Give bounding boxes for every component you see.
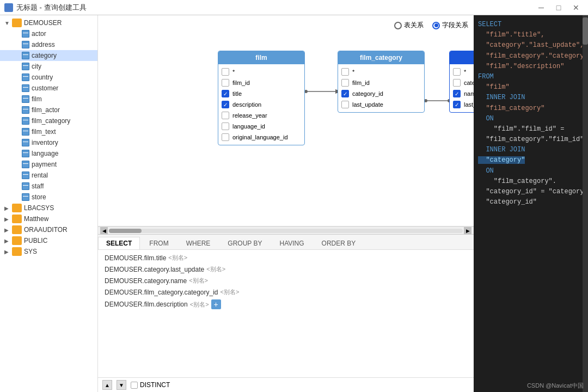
window-title: 无标题 - 查询创建工具: [16, 3, 87, 13]
field-checkbox[interactable]: [341, 101, 349, 108]
table-staff[interactable]: staff: [0, 181, 97, 192]
field-checkbox[interactable]: [222, 112, 229, 119]
list-item[interactable]: DEMOUSER.category.name <别名>: [102, 275, 469, 286]
list-item[interactable]: DEMOUSER.film.title <别名>: [102, 252, 469, 264]
field-name: release_year: [232, 112, 267, 119]
field-checkbox[interactable]: ✓: [453, 90, 461, 97]
schema-public[interactable]: ▶ PUBLIC: [0, 235, 97, 246]
schema-demouser[interactable]: ▼ DEMOUSER: [0, 17, 97, 28]
field-row[interactable]: ✓ name: [450, 88, 474, 99]
field-checkbox[interactable]: ✓: [222, 90, 229, 97]
tab-groupby[interactable]: GROUP BY: [219, 237, 270, 249]
table-actor[interactable]: actor: [0, 28, 97, 39]
table-rel-radio[interactable]: 表关系: [394, 21, 424, 30]
field-checkbox[interactable]: [222, 122, 229, 130]
table-language[interactable]: language: [0, 148, 97, 159]
table-film-category-box[interactable]: film_category * film_id ✓ category_id: [338, 51, 425, 113]
list-item[interactable]: DEMOUSER.category.last_update <别名>: [102, 264, 469, 275]
tab-orderby[interactable]: ORDER BY: [314, 237, 364, 249]
field-row[interactable]: *: [450, 66, 474, 77]
distinct-checkbox[interactable]: DISTINCT: [131, 381, 170, 389]
sql-line: "film_category": [478, 103, 577, 114]
schema-sys[interactable]: ▶ SYS: [0, 246, 97, 257]
sql-line: INNER JOIN: [478, 93, 577, 103]
tab-where[interactable]: WHERE: [178, 237, 219, 249]
scroll-track[interactable]: [109, 229, 463, 233]
field-row[interactable]: ✓ last_update: [450, 99, 474, 110]
field-row[interactable]: film_id: [218, 77, 304, 88]
schema-oraauditor[interactable]: ▶ ORAAUDITOR: [0, 224, 97, 235]
field-checkbox[interactable]: ✓: [341, 90, 349, 97]
field-checkbox[interactable]: [453, 79, 461, 87]
table-category-box[interactable]: category * category_id ✓ name: [449, 51, 474, 113]
field-checkbox[interactable]: [222, 68, 229, 76]
minimize-button[interactable]: ─: [534, 0, 549, 15]
schema-lbacsys-label: LBACSYS: [24, 204, 54, 212]
field-row[interactable]: film_id: [338, 77, 424, 88]
field-row[interactable]: category_id: [450, 77, 474, 88]
field-row[interactable]: language_id: [218, 121, 304, 132]
field-checkbox[interactable]: [341, 68, 349, 76]
table-film-category[interactable]: film_category: [0, 115, 97, 126]
maximize-button[interactable]: □: [551, 0, 566, 15]
table-city[interactable]: city: [0, 61, 97, 72]
canvas-scrollbar: ◀ ▶: [98, 226, 474, 234]
close-button[interactable]: ✕: [568, 0, 584, 15]
table-address-icon: [22, 41, 29, 48]
field-checkbox[interactable]: [341, 79, 349, 87]
scroll-left-btn[interactable]: ◀: [100, 227, 108, 235]
field-row[interactable]: *: [338, 66, 424, 77]
tab-having[interactable]: HAVING: [271, 237, 312, 249]
bottom-panel: SELECT FROM WHERE GROUP BY HAVING ORDER …: [98, 234, 474, 392]
scroll-right-btn[interactable]: ▶: [464, 227, 471, 235]
field-checkbox[interactable]: ✓: [453, 101, 461, 108]
field-rel-radio[interactable]: 字段关系: [432, 21, 468, 30]
table-inventory[interactable]: inventory: [0, 137, 97, 148]
table-address[interactable]: address: [0, 39, 97, 50]
field-checkbox[interactable]: [222, 133, 229, 141]
field-checkbox[interactable]: ✓: [222, 101, 229, 108]
sql-line: SELECT: [478, 20, 577, 30]
table-payment[interactable]: payment: [0, 159, 97, 170]
field-name: category_id: [464, 79, 474, 86]
field-checkbox[interactable]: [222, 79, 229, 87]
field-row[interactable]: *: [218, 66, 304, 77]
table-film-text[interactable]: film_text: [0, 126, 97, 137]
table-customer[interactable]: customer: [0, 83, 97, 94]
field-row[interactable]: ✓ description: [218, 99, 304, 110]
expand-sys-icon: ▶: [4, 249, 12, 255]
table-country[interactable]: country: [0, 72, 97, 83]
sql-string: "film_category"."category_id",: [478, 52, 588, 60]
sql-string: "film"."description": [478, 63, 564, 70]
table-film-box[interactable]: film * film_id ✓ title: [218, 51, 305, 145]
tab-from[interactable]: FROM: [141, 237, 176, 249]
sql-scrollbar[interactable]: [583, 15, 588, 392]
table-city-label: city: [32, 63, 41, 70]
sql-highlight: "category": [478, 156, 525, 164]
field-name: film_id: [232, 79, 250, 86]
schema-matthew[interactable]: ▶ Matthew: [0, 213, 97, 224]
table-film[interactable]: film: [0, 94, 97, 105]
table-category[interactable]: category: [0, 50, 97, 61]
table-film-actor[interactable]: film_actor: [0, 105, 97, 115]
add-field-button[interactable]: +: [211, 299, 221, 309]
field-row[interactable]: ✓ category_id: [338, 88, 424, 99]
list-item[interactable]: DEMOUSER.film.description <别名> +: [102, 298, 469, 311]
field-row[interactable]: release_year: [218, 110, 304, 121]
demouser-icon: [12, 19, 22, 27]
table-store[interactable]: store: [0, 192, 97, 203]
list-item[interactable]: DEMOUSER.film_category.category_id <别名>: [102, 286, 469, 298]
field-checkbox[interactable]: [453, 68, 461, 76]
table-rental[interactable]: rental: [0, 170, 97, 181]
field-row[interactable]: last_update: [338, 99, 424, 110]
query-canvas[interactable]: 表关系 字段关系: [98, 15, 474, 226]
nav-down-btn[interactable]: ▼: [117, 380, 126, 390]
sql-scroll-thumb: [583, 17, 588, 45]
nav-up-btn[interactable]: ▲: [102, 380, 112, 390]
schema-lbacsys[interactable]: ▶ LBACSYS: [0, 203, 97, 213]
field-row[interactable]: original_language_id: [218, 132, 304, 143]
sidebar-tree: ▼ DEMOUSER actor address: [0, 15, 97, 259]
field-row[interactable]: ✓ title: [218, 88, 304, 99]
table-film-actor-icon: [22, 106, 29, 114]
tab-select[interactable]: SELECT: [98, 237, 140, 249]
